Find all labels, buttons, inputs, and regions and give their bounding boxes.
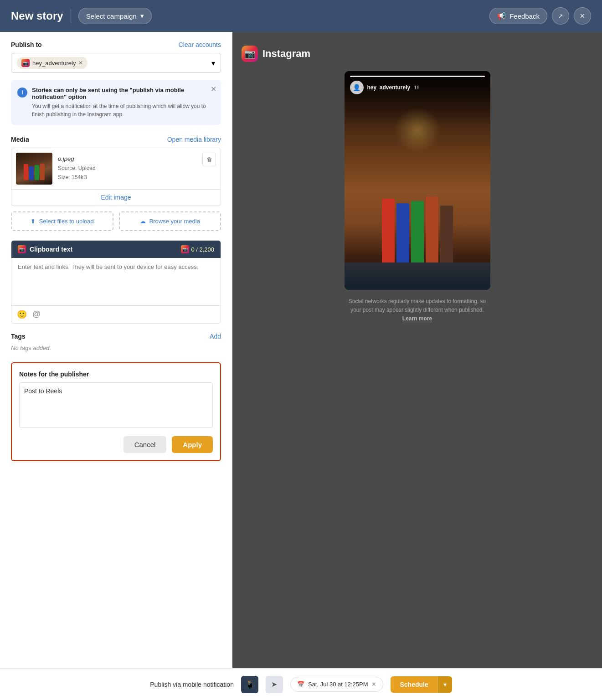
- account-tag: 📷 hey_adventurely ✕: [17, 57, 87, 69]
- schedule-dropdown-button[interactable]: ▾: [437, 676, 452, 693]
- date-label: Sat, Jul 30 at 12:25PM: [308, 681, 368, 688]
- clipboard-header: 📷 Clipboard text 📷 0 / 2,200: [11, 241, 221, 258]
- mobile-icon: 📱: [245, 679, 255, 690]
- clipboard-textarea[interactable]: [11, 258, 221, 304]
- left-panel: Publish to Clear accounts 📷 hey_adventur…: [0, 32, 232, 668]
- story-username: hey_adventurely: [367, 84, 411, 91]
- person-4: [426, 196, 438, 262]
- arrow-icon: ↗: [558, 12, 563, 20]
- close-button[interactable]: ✕: [574, 7, 591, 25]
- story-progress-bar: [350, 76, 485, 77]
- clipboard-header-left: 📷 Clipboard text: [18, 245, 72, 253]
- clipboard-section: 📷 Clipboard text 📷 0 / 2,200 🙂 @: [11, 240, 221, 324]
- edit-image-label: Edit image: [101, 194, 131, 201]
- notes-textarea[interactable]: Post to Reels: [19, 382, 213, 428]
- cave-water: [345, 262, 490, 290]
- publish-label: Publish via mobile notification: [150, 681, 234, 688]
- cave-light: [395, 108, 440, 153]
- media-source: Source: Upload: [58, 164, 216, 173]
- media-delete-button[interactable]: 🗑: [202, 153, 216, 166]
- calendar-icon: 📅: [297, 681, 304, 688]
- trash-icon: 🗑: [206, 156, 212, 163]
- media-label: Media: [11, 136, 29, 143]
- feedback-label: Feedback: [509, 12, 540, 20]
- learn-more-link[interactable]: Learn more: [402, 315, 432, 322]
- info-close-button[interactable]: ✕: [211, 85, 216, 93]
- bottom-bar: Publish via mobile notification 📱 ➤ 📅 Sa…: [0, 668, 602, 700]
- info-body: You will get a notification at the time …: [32, 102, 215, 118]
- right-panel: 📷 Instagram: [232, 32, 602, 668]
- nav-icon-button[interactable]: ↗: [552, 7, 569, 25]
- preview-header: 📷 Instagram: [242, 46, 310, 62]
- emoji-button[interactable]: 🙂: [17, 309, 27, 319]
- add-tags-link[interactable]: Add: [210, 333, 221, 340]
- notes-section: Notes for the publisher Post to Reels Ca…: [11, 362, 221, 461]
- publish-to-header: Publish to Clear accounts: [11, 41, 221, 48]
- edit-image-button[interactable]: Edit image: [11, 189, 221, 206]
- thumbnail-image: [16, 153, 52, 185]
- notes-footer: Cancel Apply: [19, 436, 213, 453]
- media-thumbnail: [16, 153, 52, 185]
- send-icon-button[interactable]: ➤: [266, 676, 283, 693]
- cloud-icon: ☁: [140, 218, 146, 225]
- media-item: o.jpeg Source: Upload Size: 154kB 🗑: [11, 148, 221, 190]
- header: New story Select campaign ▾ 📢 Feedback ↗…: [0, 0, 602, 32]
- upload-icon: ⬆: [31, 218, 36, 225]
- mention-button[interactable]: @: [32, 309, 41, 319]
- media-filename: o.jpeg: [58, 155, 216, 162]
- story-preview: 👤 hey_adventurely 1h: [345, 71, 490, 290]
- story-avatar: 👤: [350, 81, 364, 94]
- send-icon: ➤: [271, 680, 277, 689]
- person-2: [396, 203, 409, 262]
- info-title: Stories can only be sent using the "publ…: [32, 87, 215, 100]
- schedule-button[interactable]: Schedule: [391, 676, 437, 693]
- tags-section: Tags Add No tags added.: [11, 333, 221, 351]
- instagram-counter-icon: 📷: [181, 245, 189, 253]
- cave-background: [345, 71, 490, 290]
- date-remove-button[interactable]: ✕: [371, 681, 376, 688]
- platform-name: Instagram: [262, 48, 310, 60]
- select-files-button[interactable]: ⬆ Select files to upload: [11, 211, 113, 231]
- info-icon: i: [17, 88, 27, 98]
- person-1: [382, 199, 395, 262]
- cancel-button[interactable]: Cancel: [123, 436, 167, 453]
- megaphone-icon: 📢: [497, 12, 506, 20]
- media-info: o.jpeg Source: Upload Size: 154kB: [58, 155, 216, 181]
- story-image: 👤 hey_adventurely 1h: [345, 71, 490, 290]
- counter-value: 0 / 2,200: [191, 246, 214, 253]
- open-media-library-link[interactable]: Open media library: [167, 136, 221, 143]
- person-5: [440, 206, 453, 262]
- schedule-button-group: Schedule ▾: [391, 676, 452, 693]
- media-size: Size: 154kB: [58, 173, 216, 182]
- select-campaign-button[interactable]: Select campaign ▾: [78, 8, 152, 24]
- person-3: [411, 201, 424, 262]
- chevron-down-icon: ▾: [140, 12, 144, 20]
- select-campaign-label: Select campaign: [86, 12, 137, 20]
- browse-media-button[interactable]: ☁ Browse your media: [119, 211, 221, 231]
- dropdown-chevron-icon: ▾: [211, 59, 215, 67]
- remove-account-x[interactable]: ✕: [78, 60, 83, 66]
- feedback-button[interactable]: 📢 Feedback: [489, 8, 547, 24]
- upload-row: ⬆ Select files to upload ☁ Browse your m…: [11, 211, 221, 231]
- mobile-icon-button[interactable]: 📱: [241, 676, 258, 693]
- header-divider: [71, 9, 71, 23]
- notes-label: Notes for the publisher: [19, 371, 213, 378]
- no-tags-text: No tags added.: [11, 345, 221, 351]
- date-pill[interactable]: 📅 Sat, Jul 30 at 12:25PM ✕: [290, 677, 384, 692]
- cave-people: [354, 171, 481, 262]
- clipboard-label: Clipboard text: [30, 246, 72, 253]
- instagram-clipboard-icon: 📷: [18, 245, 26, 253]
- info-text: Stories can only be sent using the "publ…: [32, 87, 215, 118]
- apply-button[interactable]: Apply: [172, 436, 213, 453]
- account-select-dropdown[interactable]: 📷 hey_adventurely ✕ ▾: [11, 53, 221, 73]
- select-files-label: Select files to upload: [39, 218, 94, 225]
- story-time: 1h: [414, 85, 419, 90]
- info-box: i Stories can only be sent using the "pu…: [11, 80, 221, 125]
- clipboard-counter: 📷 0 / 2,200: [181, 245, 214, 253]
- account-name: hey_adventurely: [32, 60, 76, 67]
- instagram-icon-small: 📷: [21, 59, 30, 67]
- clear-accounts-link[interactable]: Clear accounts: [179, 41, 221, 48]
- publish-to-label: Publish to: [11, 41, 42, 48]
- story-preview-overlay: 👤 hey_adventurely 1h: [345, 71, 490, 99]
- media-section-header: Media Open media library: [11, 136, 221, 143]
